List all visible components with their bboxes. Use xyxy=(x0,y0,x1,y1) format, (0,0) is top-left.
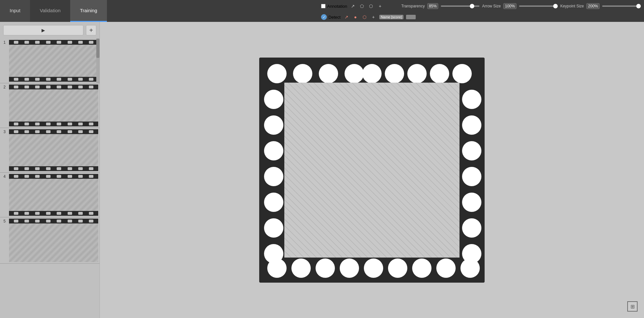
list-item[interactable]: 2 xyxy=(0,83,99,128)
svg-point-28 xyxy=(462,167,481,186)
svg-point-18 xyxy=(264,90,283,109)
annotation-checkbox-wrap[interactable]: Annotation xyxy=(321,4,347,9)
tab-training-label: Training xyxy=(80,8,97,13)
transparency-value: 85% xyxy=(427,3,438,9)
detect-hexagon-icon[interactable]: ⬡ xyxy=(361,14,368,20)
arrow-size-slider[interactable] xyxy=(519,5,558,7)
name-score-badge: Name [score] xyxy=(379,15,403,19)
keypoint-size-label: Keypoint Size xyxy=(560,4,584,8)
svg-point-11 xyxy=(316,259,335,278)
svg-point-14 xyxy=(388,259,407,278)
keypoint-size-slider[interactable] xyxy=(602,5,641,7)
sprocket-row-bottom xyxy=(9,77,98,82)
frame-image xyxy=(284,83,459,258)
svg-point-20 xyxy=(264,141,283,160)
detect-plus-icon[interactable]: + xyxy=(370,14,377,20)
svg-point-24 xyxy=(264,244,283,263)
detect-badge: ✓ xyxy=(321,14,327,20)
svg-point-17 xyxy=(460,259,480,278)
svg-point-8 xyxy=(452,64,472,83)
svg-point-27 xyxy=(462,141,481,160)
score-bar xyxy=(406,15,416,19)
svg-point-22 xyxy=(264,193,283,212)
film-number: 2 xyxy=(0,83,9,128)
svg-point-10 xyxy=(291,259,311,278)
list-item[interactable]: 5 xyxy=(0,217,99,264)
svg-point-13 xyxy=(364,259,383,278)
right-controls: Annotation ↗ ⬠ ⬡ + Transparency 85% Arro… xyxy=(318,0,644,23)
svg-point-25 xyxy=(462,90,481,109)
svg-point-5 xyxy=(385,64,404,83)
annotation-checkbox[interactable] xyxy=(321,4,326,8)
tab-input-label: Input xyxy=(10,8,20,13)
film-strip xyxy=(9,85,98,126)
svg-point-9 xyxy=(267,259,287,278)
svg-point-30 xyxy=(462,218,481,238)
film-number: 5 xyxy=(0,217,9,263)
svg-point-6 xyxy=(407,64,427,83)
svg-point-23 xyxy=(264,218,283,238)
film-list: 1 xyxy=(0,39,99,317)
film-strip xyxy=(9,174,98,216)
corner-icon-wrap: ⊞ xyxy=(627,301,638,312)
svg-point-7 xyxy=(430,64,449,83)
list-item[interactable]: 1 xyxy=(0,39,99,83)
plus-icon[interactable]: + xyxy=(377,3,383,9)
arrow-size-label: Arrow Size xyxy=(482,4,501,8)
add-button[interactable]: + xyxy=(86,25,96,35)
add-icon: + xyxy=(89,27,93,34)
annotation-row: Annotation ↗ ⬠ ⬡ + Transparency 85% Arro… xyxy=(321,1,641,11)
tab-training[interactable]: Training xyxy=(70,0,107,22)
svg-point-31 xyxy=(462,244,481,263)
detect-label: Detect xyxy=(328,15,341,20)
svg-point-1 xyxy=(293,64,312,83)
transparency-slider[interactable] xyxy=(441,5,479,7)
film-strip xyxy=(9,40,98,82)
detect-circle-icon[interactable]: ● xyxy=(352,14,359,20)
svg-point-4 xyxy=(362,64,382,83)
svg-point-16 xyxy=(436,259,456,278)
scroll-thumb[interactable] xyxy=(96,39,99,58)
transparency-label: Transparency xyxy=(401,4,425,8)
scroll-bar[interactable] xyxy=(96,39,99,83)
film-thumbnail xyxy=(9,45,98,77)
detect-checkbox-wrap[interactable]: ✓ Detect xyxy=(321,14,341,20)
tab-validation-label: Validation xyxy=(40,8,61,13)
corner-icon[interactable]: ⊞ xyxy=(627,301,638,312)
top-toolbar: Input Validation Training Annotation ↗ ⬠… xyxy=(0,0,644,22)
svg-point-3 xyxy=(345,64,364,83)
play-button[interactable]: ▶ xyxy=(3,25,83,35)
svg-point-21 xyxy=(264,167,283,186)
film-thumbnail xyxy=(9,89,98,122)
film-thumbnail xyxy=(9,223,98,262)
svg-point-29 xyxy=(462,193,481,212)
film-number: 3 xyxy=(0,128,9,172)
film-strip xyxy=(9,129,98,171)
hexagon-icon[interactable]: ⬡ xyxy=(368,3,374,9)
play-icon: ▶ xyxy=(42,28,45,33)
film-number: 1 xyxy=(0,39,9,83)
tab-validation[interactable]: Validation xyxy=(30,0,70,22)
sidebar-header: ▶ + xyxy=(0,22,99,39)
tab-input[interactable]: Input xyxy=(0,0,30,22)
detect-arrow-icon[interactable]: ↗ xyxy=(343,14,350,20)
svg-point-2 xyxy=(319,64,338,83)
left-sidebar: ▶ + 1 xyxy=(0,22,100,318)
detect-row: ✓ Detect ↗ ● ⬡ + Name [score] xyxy=(321,12,641,22)
svg-point-0 xyxy=(267,64,287,83)
list-item[interactable]: 4 xyxy=(0,173,99,217)
tab-group: Input Validation Training xyxy=(0,0,107,22)
sprocket-row-top xyxy=(9,40,98,45)
film-frame-display xyxy=(259,58,485,283)
svg-point-15 xyxy=(412,259,431,278)
film-strip xyxy=(9,219,98,262)
svg-point-12 xyxy=(340,259,359,278)
film-thumbnail xyxy=(9,179,98,211)
arrow-icon[interactable]: ↗ xyxy=(350,3,356,9)
list-item[interactable]: 3 xyxy=(0,128,99,173)
annotation-label: Annotation xyxy=(327,4,347,9)
film-number: 4 xyxy=(0,173,9,217)
svg-point-26 xyxy=(462,115,481,135)
keypoint-size-value: 200% xyxy=(586,3,600,9)
pentagon-icon[interactable]: ⬠ xyxy=(359,3,365,9)
